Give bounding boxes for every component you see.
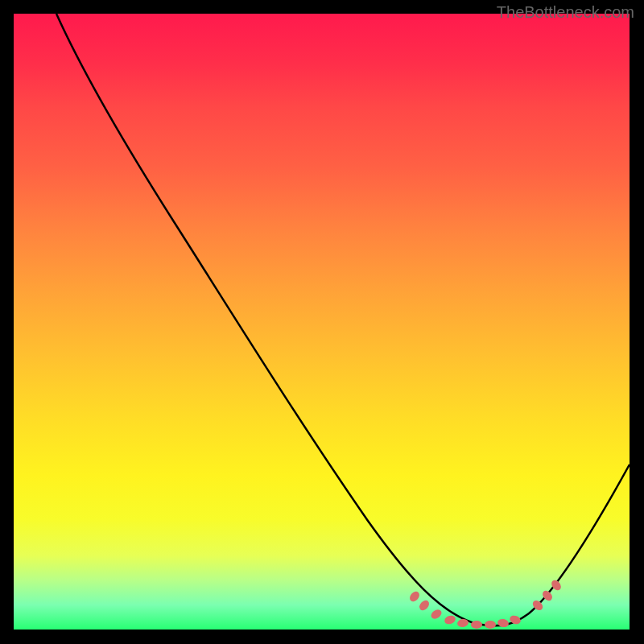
svg-point-5 <box>471 621 482 629</box>
chart-svg <box>14 14 630 630</box>
bottleneck-curve <box>56 14 630 625</box>
svg-point-1 <box>418 598 431 612</box>
svg-point-0 <box>408 589 422 603</box>
optimal-range-dots <box>408 578 564 629</box>
svg-point-6 <box>485 621 496 629</box>
plot-area <box>14 14 630 630</box>
svg-point-2 <box>429 608 443 621</box>
attribution-text: TheBottleneck.com <box>497 3 634 22</box>
svg-point-7 <box>497 618 510 629</box>
svg-point-3 <box>444 614 457 625</box>
